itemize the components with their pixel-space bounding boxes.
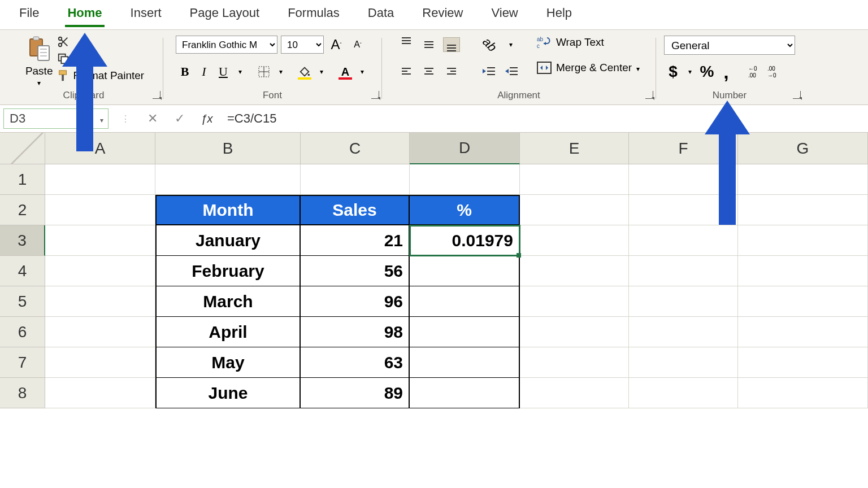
row-header-7[interactable]: 7 bbox=[0, 347, 45, 378]
clipboard-launcher[interactable] bbox=[153, 91, 160, 99]
number-format-select[interactable]: General bbox=[664, 36, 795, 55]
cell-C5[interactable]: 96 bbox=[301, 286, 410, 317]
chevron-down-icon[interactable] bbox=[37, 77, 41, 88]
column-header-B[interactable]: B bbox=[155, 133, 301, 164]
increase-font-button[interactable]: Aˆ bbox=[327, 36, 345, 54]
enter-formula-button[interactable]: ✓ bbox=[166, 105, 193, 132]
borders-button[interactable] bbox=[255, 63, 273, 81]
cell-A3[interactable] bbox=[45, 225, 155, 256]
number-launcher[interactable] bbox=[793, 91, 801, 99]
cell-G6[interactable] bbox=[738, 317, 868, 347]
percent-format-button[interactable]: % bbox=[698, 63, 716, 81]
tab-insert[interactable]: Insert bbox=[128, 6, 164, 27]
orientation-button[interactable]: ab bbox=[480, 36, 498, 54]
font-color-menu[interactable] bbox=[355, 64, 369, 80]
wrap-text-button[interactable]: abc Wrap Text bbox=[537, 36, 640, 49]
cell-D5[interactable] bbox=[410, 286, 520, 317]
cell-A7[interactable] bbox=[45, 347, 155, 378]
cell-C8[interactable]: 89 bbox=[301, 378, 410, 408]
cell-G2[interactable] bbox=[738, 195, 868, 225]
accounting-format-button[interactable]: $ bbox=[664, 63, 682, 81]
align-right-button[interactable] bbox=[443, 64, 460, 79]
cell-D6[interactable] bbox=[410, 317, 520, 347]
cell-F6[interactable] bbox=[629, 317, 738, 347]
cell-B5[interactable]: March bbox=[155, 286, 301, 317]
drag-handle[interactable]: ⋮ bbox=[112, 105, 139, 132]
cell-E5[interactable] bbox=[520, 286, 629, 317]
borders-menu[interactable] bbox=[274, 64, 288, 80]
cell-B7[interactable]: May bbox=[155, 347, 301, 378]
row-header-2[interactable]: 2 bbox=[0, 195, 45, 225]
cell-E1[interactable] bbox=[520, 164, 629, 195]
font-launcher[interactable] bbox=[371, 91, 379, 99]
column-header-G[interactable]: G bbox=[738, 133, 868, 164]
row-header-5[interactable]: 5 bbox=[0, 286, 45, 317]
tab-formulas[interactable]: Formulas bbox=[285, 6, 342, 27]
cell-A6[interactable] bbox=[45, 317, 155, 347]
row-header-4[interactable]: 4 bbox=[0, 256, 45, 286]
cancel-formula-button[interactable]: ✕ bbox=[139, 105, 166, 132]
cell-B1[interactable] bbox=[155, 164, 301, 195]
select-all-corner[interactable] bbox=[0, 133, 45, 164]
align-middle-button[interactable] bbox=[420, 37, 437, 52]
cell-E7[interactable] bbox=[520, 347, 629, 378]
tab-help[interactable]: Help bbox=[544, 6, 574, 27]
cell-G4[interactable] bbox=[738, 256, 868, 286]
orientation-menu[interactable] bbox=[504, 37, 518, 53]
cell-B2[interactable]: Month bbox=[155, 195, 301, 225]
cell-D2[interactable]: % bbox=[410, 195, 520, 225]
cell-F8[interactable] bbox=[629, 378, 738, 408]
cell-F3[interactable] bbox=[629, 225, 738, 256]
increase-decimal-button[interactable]: ←0.00 bbox=[748, 63, 766, 81]
align-top-button[interactable] bbox=[398, 37, 415, 52]
row-header-3[interactable]: 3 bbox=[0, 225, 45, 256]
tab-file[interactable]: File bbox=[17, 6, 41, 27]
cell-G7[interactable] bbox=[738, 347, 868, 378]
cell-D8[interactable] bbox=[410, 378, 520, 408]
row-header-1[interactable]: 1 bbox=[0, 164, 45, 195]
cell-C1[interactable] bbox=[301, 164, 410, 195]
cell-A5[interactable] bbox=[45, 286, 155, 317]
cell-A4[interactable] bbox=[45, 256, 155, 286]
cell-G5[interactable] bbox=[738, 286, 868, 317]
cell-A1[interactable] bbox=[45, 164, 155, 195]
cell-G3[interactable] bbox=[738, 225, 868, 256]
cell-C3[interactable]: 21 bbox=[301, 225, 410, 256]
tab-review[interactable]: Review bbox=[420, 6, 465, 27]
decrease-font-button[interactable]: Aˇ bbox=[349, 36, 367, 54]
italic-button[interactable]: I bbox=[195, 63, 213, 81]
cell-B3[interactable]: January bbox=[155, 225, 301, 256]
cell-E8[interactable] bbox=[520, 378, 629, 408]
cell-D7[interactable] bbox=[410, 347, 520, 378]
row-header-6[interactable]: 6 bbox=[0, 317, 45, 347]
align-bottom-button[interactable] bbox=[443, 37, 460, 52]
font-name-select[interactable]: Franklin Gothic M bbox=[176, 36, 277, 54]
row-header-8[interactable]: 8 bbox=[0, 378, 45, 408]
cell-D1[interactable] bbox=[410, 164, 520, 195]
column-header-D[interactable]: D bbox=[410, 133, 520, 164]
cell-F4[interactable] bbox=[629, 256, 738, 286]
cell-E2[interactable] bbox=[520, 195, 629, 225]
cell-F7[interactable] bbox=[629, 347, 738, 378]
fill-color-menu[interactable] bbox=[315, 64, 328, 80]
cell-F5[interactable] bbox=[629, 286, 738, 317]
underline-button[interactable]: U bbox=[214, 63, 232, 81]
decrease-decimal-button[interactable]: .00→0 bbox=[767, 63, 785, 81]
tab-page-layout[interactable]: Page Layout bbox=[188, 6, 262, 27]
cell-C2[interactable]: Sales bbox=[301, 195, 410, 225]
accounting-format-menu[interactable] bbox=[683, 64, 697, 80]
paste-button[interactable]: Paste bbox=[23, 36, 55, 88]
cell-G1[interactable] bbox=[738, 164, 868, 195]
font-size-select[interactable]: 10 bbox=[281, 36, 324, 54]
cell-B6[interactable]: April bbox=[155, 317, 301, 347]
insert-function-button[interactable]: ƒx bbox=[193, 105, 220, 132]
bold-button[interactable]: B bbox=[176, 63, 194, 81]
column-header-C[interactable]: C bbox=[301, 133, 410, 164]
cell-B8[interactable]: June bbox=[155, 378, 301, 408]
tab-view[interactable]: View bbox=[489, 6, 520, 27]
fill-color-button[interactable] bbox=[296, 63, 314, 81]
chevron-down-icon[interactable] bbox=[636, 62, 640, 74]
formula-input[interactable] bbox=[220, 105, 868, 132]
cell-C7[interactable]: 63 bbox=[301, 347, 410, 378]
cell-E6[interactable] bbox=[520, 317, 629, 347]
